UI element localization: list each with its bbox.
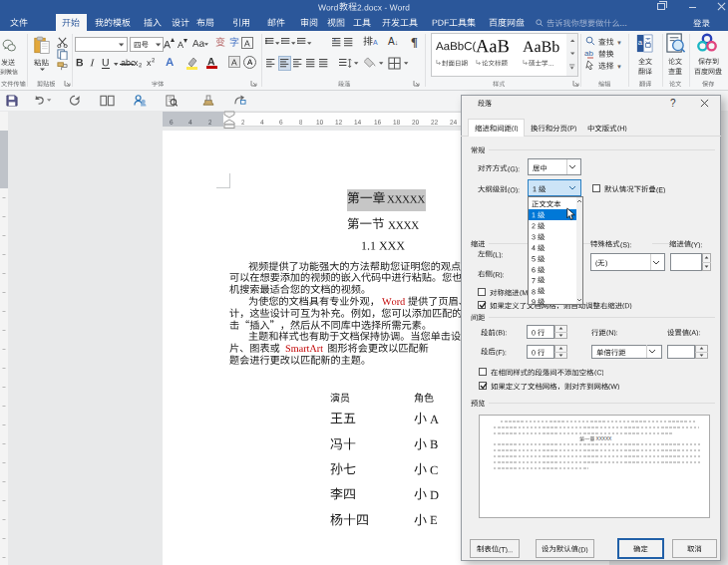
svg-text:ab: ab: [584, 49, 593, 58]
svg-text:a: a: [638, 38, 643, 47]
